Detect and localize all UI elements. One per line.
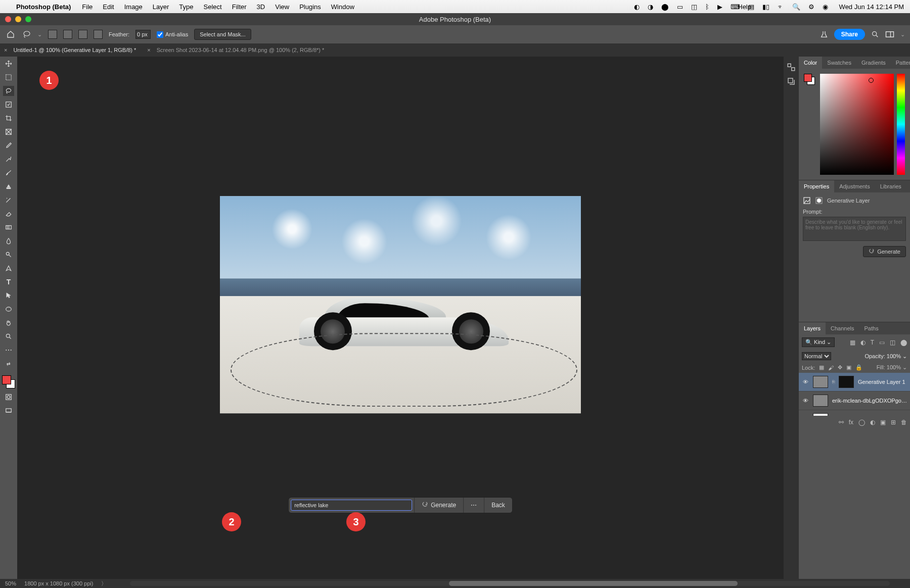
tab-swatches[interactable]: Swatches [822,57,856,69]
menu-file[interactable]: File [82,3,93,11]
lock-artboard-icon[interactable]: ▣ [846,364,851,371]
lasso-tool-indicator[interactable] [22,30,31,39]
anti-alias-checkbox[interactable]: Anti-alias [157,31,188,38]
filter-type-icon[interactable]: T [871,339,874,346]
tab-layers[interactable]: Layers [799,322,826,334]
brush-tool[interactable] [3,168,14,178]
layer-visibility-icon[interactable]: 👁 [802,398,809,404]
taskbar-back-button[interactable]: Back [484,498,512,513]
folder-icon[interactable]: ▭ [677,3,683,11]
healing-brush-tool[interactable] [3,154,14,164]
beaker-icon[interactable] [820,30,828,38]
layer-filter-kind[interactable]: 🔍 Kind ⌄ [802,337,835,347]
menu-select[interactable]: Select [204,3,222,11]
lock-position-icon[interactable]: ✥ [838,364,842,371]
minimize-window-button[interactable] [15,16,21,22]
properties-prompt-input[interactable] [803,217,906,241]
color-swatches[interactable] [2,375,15,388]
hue-strip[interactable] [897,74,905,175]
screen-mode[interactable] [3,406,14,416]
subtract-selection-mode[interactable] [78,30,87,39]
move-tool[interactable] [3,59,14,69]
object-select-tool[interactable] [3,100,14,110]
tool-preset-chevron[interactable]: ⌄ [37,31,42,38]
workspace-chevron[interactable]: ⌄ [900,31,905,38]
filter-adjust-icon[interactable]: ◐ [860,339,866,346]
tab-gradients[interactable]: Gradients [856,57,891,69]
tab-patterns[interactable]: Patterns [891,57,910,69]
canvas-area[interactable]: reflective lake Generate ⋯ Back 1 2 3 [17,57,784,579]
delete-layer-icon[interactable]: 🗑 [901,419,907,426]
collapsed-panel-icon-1[interactable] [787,63,796,72]
foreground-color[interactable] [2,375,11,384]
filter-toggle-icon[interactable]: ⬤ [900,339,907,346]
filter-pixel-icon[interactable]: ▦ [850,339,855,346]
doc-info[interactable]: 1800 px x 1080 px (300 ppi) [24,580,93,586]
adjustment-layer-icon[interactable]: ◐ [870,419,875,426]
collapsed-panel-icon-2[interactable] [787,77,796,86]
bluetooth-icon[interactable]: ᛒ [705,3,709,11]
taskbar-more-button[interactable]: ⋯ [463,498,484,513]
menu-filter[interactable]: Filter [232,3,247,11]
doc-info-chevron[interactable]: 〉 [101,580,107,587]
tab1-close[interactable]: × [4,47,7,53]
gradient-tool[interactable] [3,222,14,232]
home-button[interactable] [5,29,16,40]
zoom-level[interactable]: 50% [5,580,16,586]
tab-libraries[interactable]: Libraries [875,180,906,192]
document-tab-1[interactable]: Untitled-1 @ 100% (Generative Layer 1, R… [11,47,138,53]
menu-type[interactable]: Type [179,3,193,11]
lock-transparency-icon[interactable]: ▦ [819,364,824,371]
generative-prompt-input[interactable]: reflective lake [291,500,412,511]
blur-tool[interactable] [3,236,14,246]
keyboard-icon[interactable]: ⌨ [731,3,740,11]
status-icon-2[interactable]: ◑ [648,3,653,11]
color-field[interactable] [820,74,894,175]
siri-icon[interactable]: ◉ [823,3,828,11]
filter-smart-icon[interactable]: ◫ [890,339,895,346]
spotlight-icon[interactable]: 🔍 [792,3,800,11]
quick-mask-mode[interactable] [3,392,14,402]
history-brush-tool[interactable] [3,195,14,205]
feather-input[interactable] [135,30,151,39]
layer-mask-thumb[interactable] [839,376,854,388]
menu-view[interactable]: View [275,3,289,11]
document-tab-2[interactable]: Screen Shot 2023-06-14 at 12.04.48 PM.pn… [155,47,327,53]
tab-properties[interactable]: Properties [799,180,834,192]
new-selection-mode[interactable] [48,30,57,39]
marquee-tool[interactable] [3,72,14,82]
clock[interactable]: Wed Jun 14 12:14 PM [839,3,904,11]
layer-thumb[interactable] [813,376,828,388]
zoom-tool[interactable] [3,331,14,341]
screenshot-icon[interactable]: ◫ [691,3,697,11]
add-selection-mode[interactable] [63,30,72,39]
generate-button[interactable]: Generate [414,498,463,513]
edit-toolbar[interactable]: ⇄ [3,359,14,369]
layer-fx-icon[interactable]: fx [849,419,853,426]
layer-name[interactable]: Generative Layer 1 [858,379,907,385]
select-and-mask-button[interactable]: Select and Mask... [194,29,251,40]
color-panel-swatches[interactable] [804,74,815,85]
workspace-switcher[interactable] [885,31,894,38]
tab-paths[interactable]: Paths [859,322,884,334]
lasso-tool[interactable] [3,86,14,96]
new-layer-icon[interactable]: ⊞ [891,419,896,426]
intersect-selection-mode[interactable] [94,30,103,39]
menu-layer[interactable]: Layer [153,3,169,11]
path-select-tool[interactable] [3,290,14,301]
zoom-window-button[interactable] [25,16,31,22]
menu-3d[interactable]: 3D [257,3,265,11]
fill-value[interactable]: 100% [887,364,901,370]
opacity-value[interactable]: 100% [887,353,901,359]
layer-thumb[interactable] [813,395,828,407]
menu-edit[interactable]: Edit [103,3,114,11]
horizontal-scrollbar[interactable] [130,581,890,586]
layer-visibility-icon[interactable]: 👁 [802,379,809,385]
layer-row[interactable]: 👁 ⎘ Generative Layer 1 [799,373,910,391]
status-icon-1[interactable]: ◐ [634,3,640,11]
dodge-tool[interactable] [3,250,14,260]
crop-tool[interactable] [3,113,14,123]
type-tool[interactable]: T [3,277,14,287]
document-canvas[interactable] [220,196,581,413]
blend-mode-select[interactable]: Normal [802,352,831,360]
